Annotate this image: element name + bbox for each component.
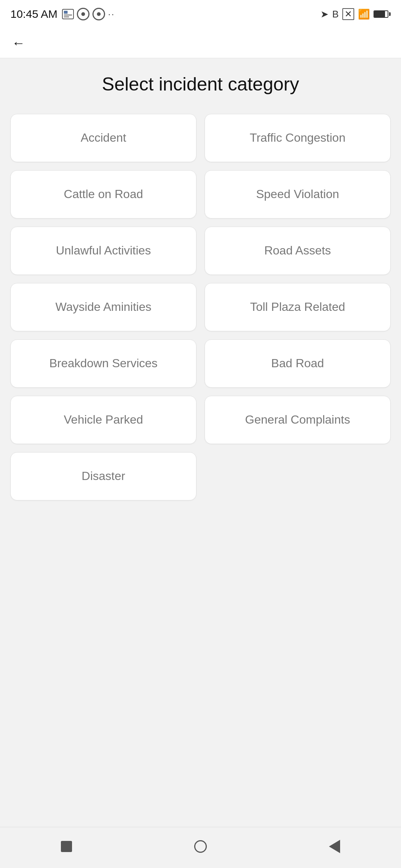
status-system-icons: ➤ B ✕ 📶 xyxy=(320,8,391,20)
status-app-icons: ·· xyxy=(62,8,115,20)
app-icon-2 xyxy=(77,8,89,20)
nav-back-icon xyxy=(329,840,340,853)
nav-back-button[interactable] xyxy=(325,836,344,857)
nav-home-button[interactable] xyxy=(190,836,211,857)
app-icon-1 xyxy=(62,9,74,19)
category-button-disaster[interactable]: Disaster xyxy=(10,452,196,500)
category-button-unlawful-activities[interactable]: Unlawful Activities xyxy=(10,227,196,275)
main-content: Select incident category AccidentTraffic… xyxy=(0,58,401,827)
wifi-icon: 📶 xyxy=(358,9,370,20)
category-button-bad-road[interactable]: Bad Road xyxy=(205,339,391,388)
category-button-toll-plaza-related[interactable]: Toll Plaza Related xyxy=(205,283,391,331)
battery-icon xyxy=(374,10,391,18)
category-button-breakdown-services[interactable]: Breakdown Services xyxy=(10,339,196,388)
category-button-traffic-congestion[interactable]: Traffic Congestion xyxy=(205,114,391,162)
page-title: Select incident category xyxy=(10,73,391,95)
status-bar: 10:45 AM ·· ➤ B ✕ 📶 xyxy=(0,0,401,27)
status-time: 10:45 AM xyxy=(10,8,58,20)
category-button-wayside-aminities[interactable]: Wayside Aminities xyxy=(10,283,196,331)
categories-grid: AccidentTraffic CongestionCattle on Road… xyxy=(10,114,391,500)
svg-rect-1 xyxy=(64,11,68,14)
category-button-accident[interactable]: Accident xyxy=(10,114,196,162)
nav-bar: ← xyxy=(0,27,401,58)
category-button-road-assets[interactable]: Road Assets xyxy=(205,227,391,275)
location-icon: ➤ xyxy=(320,9,329,20)
back-arrow-icon: ← xyxy=(12,36,25,50)
status-more-dots: ·· xyxy=(108,9,115,20)
svg-rect-2 xyxy=(64,14,72,16)
bluetooth-icon: B xyxy=(332,9,339,20)
nav-recents-icon xyxy=(61,841,72,852)
app-icon-3 xyxy=(92,8,105,20)
bottom-nav xyxy=(0,827,401,868)
svg-rect-3 xyxy=(64,16,69,17)
category-button-cattle-on-road[interactable]: Cattle on Road xyxy=(10,170,196,218)
category-button-vehicle-parked[interactable]: Vehicle Parked xyxy=(10,396,196,444)
nav-recents-button[interactable] xyxy=(57,837,76,856)
nav-home-icon xyxy=(194,840,207,853)
x-icon: ✕ xyxy=(342,8,354,20)
back-button[interactable]: ← xyxy=(10,35,27,51)
category-button-speed-violation[interactable]: Speed Violation xyxy=(205,170,391,218)
svg-rect-0 xyxy=(62,9,74,19)
category-button-general-complaints[interactable]: General Complaints xyxy=(205,396,391,444)
